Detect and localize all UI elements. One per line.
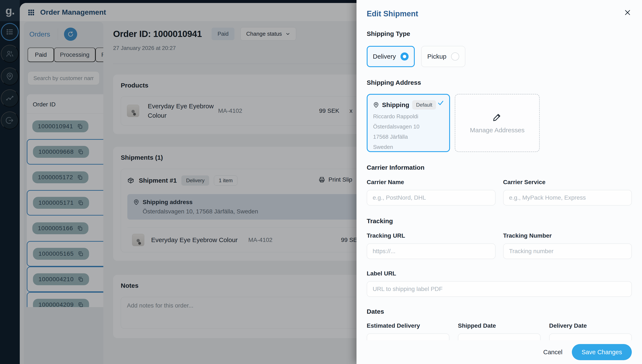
radio-unselected-icon: [451, 52, 459, 60]
address-recipient: Riccardo Rappoldi: [373, 113, 444, 120]
manage-addresses-button[interactable]: Manage Addresses: [455, 94, 540, 152]
modal-backdrop[interactable]: [0, 0, 357, 364]
carrier-name-input[interactable]: [367, 190, 496, 206]
pickup-option-label: Pickup: [427, 53, 446, 60]
address-city: 17568 Järfälla: [373, 134, 444, 140]
tracking-heading: Tracking: [367, 218, 632, 225]
carrier-service-input[interactable]: [503, 190, 632, 206]
estimated-delivery-label: Estimated Delivery: [367, 322, 449, 329]
tracking-url-input[interactable]: [367, 243, 496, 259]
label-url-input[interactable]: [367, 281, 632, 297]
drawer-footer: Cancel Save Changes: [357, 340, 642, 364]
check-icon: [437, 99, 445, 106]
carrier-service-label: Carrier Service: [503, 179, 632, 186]
address-country: Sweden: [373, 144, 444, 150]
delivery-date-label: Delivery Date: [549, 322, 632, 329]
label-url-label: Label URL: [367, 270, 632, 277]
tracking-number-label: Tracking Number: [503, 232, 632, 239]
delivery-option-label: Delivery: [373, 53, 396, 60]
shipping-address-label: Shipping Address: [367, 79, 632, 86]
manage-addresses-label: Manage Addresses: [470, 126, 525, 134]
tracking-url-label: Tracking URL: [367, 232, 496, 239]
close-button[interactable]: [623, 8, 632, 18]
cancel-button[interactable]: Cancel: [543, 349, 562, 356]
close-icon: [623, 8, 632, 17]
shipping-type-pickup[interactable]: Pickup: [421, 46, 465, 67]
shipping-type-label: Shipping Type: [367, 30, 632, 38]
tracking-number-input[interactable]: [503, 243, 632, 259]
shipped-date-label: Shipped Date: [458, 322, 541, 329]
drawer-title: Edit Shipment: [367, 0, 632, 18]
address-card-selected[interactable]: Shipping Default Riccardo Rappoldi Öster…: [367, 94, 450, 152]
address-street: Österdalsvagen 10: [373, 124, 444, 130]
address-card-title: Shipping: [382, 101, 409, 108]
save-changes-button[interactable]: Save Changes: [572, 344, 632, 360]
dates-heading: Dates: [367, 308, 632, 315]
edit-shipment-drawer: Edit Shipment Shipping Type Delivery Pic…: [357, 0, 642, 364]
map-pin-icon: [373, 102, 379, 108]
default-badge: Default: [412, 100, 436, 110]
screen: g. Order Management Orders: [0, 0, 642, 364]
pencil-icon: [492, 112, 502, 122]
shipping-type-delivery[interactable]: Delivery: [367, 46, 415, 67]
carrier-info-heading: Carrier Information: [367, 164, 632, 171]
radio-selected-icon: [401, 52, 409, 60]
carrier-name-label: Carrier Name: [367, 179, 496, 186]
